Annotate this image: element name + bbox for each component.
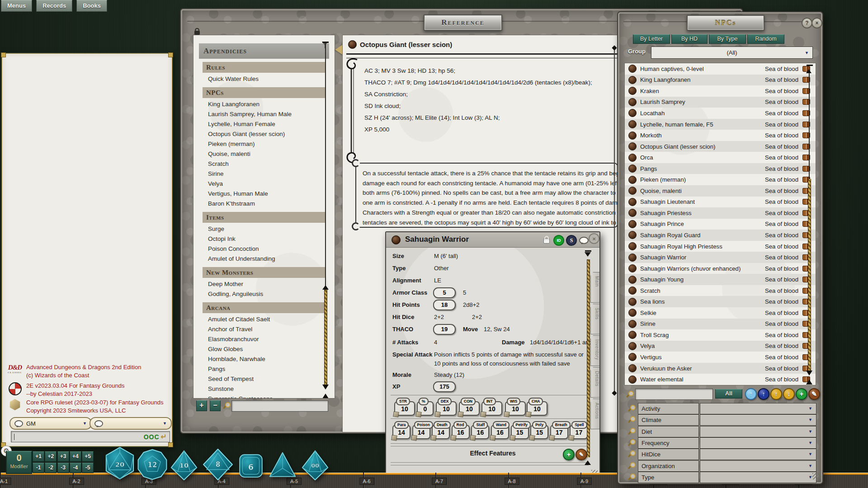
sidebar-item-octopi-ink[interactable]: Octopi Ink [208, 234, 335, 244]
tab-by-hd[interactable]: By HD [671, 34, 708, 44]
id-badge[interactable]: ID [553, 235, 564, 246]
sheet-tab-inventory[interactable]: Inventory [590, 335, 599, 366]
lock-icon[interactable] [543, 239, 550, 244]
add-effect-button[interactable]: + [563, 449, 575, 460]
filter-dropdown-organization[interactable]: ▼ [700, 460, 816, 472]
ability-box-percent[interactable]: %0 [417, 401, 434, 416]
npc-list-row[interactable]: Quoise, malentiSea of blood [625, 185, 816, 197]
sidebar-item-poison-concoction[interactable]: Poison Concoction [208, 244, 335, 254]
hotkey-slot-a-6[interactable]: A-6 [359, 478, 374, 485]
npc-list-row[interactable]: VertigusSea of blood [625, 352, 816, 363]
quick-mod-2[interactable]: -2 [45, 463, 57, 473]
sidebar-item-seed-of-tempest[interactable]: Seed of Tempest [208, 374, 335, 384]
save-box-poly[interactable]: Poly15 [530, 425, 548, 439]
quick-mod-4[interactable]: -4 [70, 463, 81, 473]
ability-box-dex[interactable]: DEX10 [436, 401, 457, 416]
quick-mod-1[interactable]: +1 [33, 451, 44, 462]
npc-list-row[interactable]: Sahuagin YoungSea of blood [625, 274, 816, 285]
npc-list-row[interactable]: Human captives, 0-levelSea of blood [625, 63, 816, 75]
ability-box-cha[interactable]: CHA10 [527, 401, 547, 416]
save-box-breath[interactable]: Breath17 [550, 425, 568, 439]
lock-icon[interactable] [194, 31, 200, 35]
hotkey-slot-a-9[interactable]: A-9 [577, 478, 592, 485]
npc-list-row[interactable]: Sahuagin PriestessSea of blood [625, 207, 816, 219]
sidebar-item-scratch[interactable]: Scratch [208, 159, 335, 169]
die-d10[interactable]: 10 [168, 450, 200, 481]
close-icon[interactable]: × [811, 18, 822, 28]
sidebar-item-godling-anguileusis[interactable]: Godling, Anguileusis [208, 289, 335, 299]
npc-list-row[interactable]: LocathahSea of blood [625, 108, 816, 119]
quick-mod-4[interactable]: +4 [70, 451, 81, 462]
scroll-arrow-icon[interactable] [585, 457, 591, 465]
sidebar-item-amulet-of-citadel-saelt[interactable]: Amulet of Citadel Saelt [208, 314, 335, 324]
sidebar-item-velya[interactable]: Velya [208, 179, 335, 189]
menu-button-menus[interactable]: Menus [1, 0, 32, 12]
npc-list-row[interactable]: Sahuagin LieutenantSea of blood [625, 197, 816, 208]
scroll-top-icon[interactable]: ↑ [745, 388, 757, 400]
npc-list-row[interactable]: Pieken (merman)Sea of blood [625, 174, 816, 185]
npc-list-row[interactable]: MorkothSea of blood [625, 130, 816, 141]
sidebar-item-baron-k-thstraam[interactable]: Baron K'thstraam [208, 199, 335, 209]
scroll-arrow-icon[interactable] [612, 390, 617, 395]
npc-window-title[interactable]: NPCs [687, 15, 764, 31]
menu-button-records[interactable]: Records [36, 0, 72, 12]
sidebar-item-amulet-of-understanding[interactable]: Amulet of Understanding [208, 254, 335, 264]
filter-dropdown-hitdice[interactable]: ▼ [700, 449, 816, 460]
die-d4[interactable] [268, 451, 297, 480]
sidebar-item-laurish-samprey-human-male[interactable]: Laurish Samprey, Human Male [208, 109, 335, 119]
hotkey-slot-a-8[interactable]: A-8 [505, 478, 519, 485]
sidebar-scroll-rope[interactable] [324, 290, 327, 385]
npc-list-row[interactable]: Troll ScragSea of blood [625, 329, 816, 341]
sidebar-item-octopus-giant-lesser-scion[interactable]: Octopus Giant (lesser scion) [208, 129, 335, 139]
die-d12[interactable]: 12 [137, 448, 168, 481]
armor-class-box[interactable]: 5 [433, 287, 456, 298]
npc-list-row[interactable]: Sahuagin Royal GuardSea of blood [625, 230, 816, 241]
npc-list-row[interactable]: Lychelle, human female, F5Sea of blood [625, 119, 816, 130]
npc-list-row[interactable]: Sahuagin Warriors (chuvor enhanced)Sea o… [625, 263, 816, 274]
ability-box-str[interactable]: STR10 [394, 401, 415, 416]
language-dropdown[interactable]: ▼ [90, 417, 172, 430]
section-header-items[interactable]: Items [203, 212, 326, 223]
npc-list-scrollbar[interactable] [809, 73, 810, 179]
section-header-arcana[interactable]: Arcana [203, 302, 326, 313]
menu-button-books[interactable]: Books [76, 0, 107, 12]
npc-list-row[interactable]: SirineSea of blood [625, 319, 816, 330]
npc-list-scroll-rope[interactable] [808, 179, 811, 371]
shuffle-down-icon[interactable]: ↓ [783, 388, 795, 400]
section-header-npcs[interactable]: NPCs [203, 87, 326, 98]
npc-list-row[interactable]: PangsSea of blood [625, 163, 816, 174]
sheet-tab-details[interactable]: Details [590, 367, 599, 398]
ability-box-wis[interactable]: WIS10 [505, 401, 526, 416]
tab-by-type[interactable]: By Type [709, 34, 746, 44]
npc-list-row[interactable]: Sahuagin PrinceSea of blood [625, 219, 816, 230]
sidebar-item-vertigus-human-male[interactable]: Vertigus, Human Male [208, 189, 335, 199]
npc-search-input[interactable] [635, 389, 713, 400]
group-dropdown[interactable]: (All) ▼ [651, 47, 813, 59]
npc-list-row[interactable]: KrakenSea of blood [625, 85, 816, 97]
npc-list-row[interactable]: OrcaSea of blood [625, 152, 816, 163]
sheet-scroll-rope[interactable] [587, 259, 590, 457]
filter-dropdown-type[interactable]: ▼ [700, 472, 816, 483]
scroll-arrow-icon[interactable] [585, 252, 591, 260]
all-filter-button[interactable]: All [715, 389, 742, 399]
save-box-petrify[interactable]: Petrify15 [511, 425, 529, 439]
sidebar-item-synergetic-crustaceans[interactable]: Synergetic Crustaceans [208, 394, 335, 399]
sidebar-item-elasmobranchuvor[interactable]: Elasmobranchuvor [208, 334, 335, 344]
sheet-tab-actions[interactable]: Actions [590, 399, 599, 429]
npc-list-row[interactable]: Verukuun the AskerSea of blood [625, 363, 816, 374]
shuffle-up-icon[interactable]: ↑ [770, 388, 782, 400]
section-header-new-monsters[interactable]: New Monsters [203, 267, 326, 278]
sheet-tab-skills[interactable]: Skills [590, 304, 599, 334]
sidebar-item-surge[interactable]: Surge [208, 224, 335, 234]
sidebar-item-king-laangforanen[interactable]: King Laangforanen [208, 99, 335, 109]
save-box-wand[interactable]: Wand16 [491, 425, 509, 439]
hotkey-slot-a-7[interactable]: A-7 [432, 478, 447, 485]
die-d100[interactable]: 00 [298, 450, 332, 481]
filter-dropdown-activity[interactable]: ▼ [700, 403, 816, 414]
die-d8[interactable]: 8 [202, 448, 234, 481]
save-box-death[interactable]: Death14 [432, 425, 450, 439]
filter-dropdown-frequency[interactable]: ▼ [700, 437, 816, 449]
sidebar-item-deep-mother[interactable]: Deep Mother [208, 279, 335, 289]
scroll-up-arrow-icon[interactable] [322, 282, 329, 290]
sidebar-item-sirine[interactable]: Sirine [208, 169, 335, 179]
